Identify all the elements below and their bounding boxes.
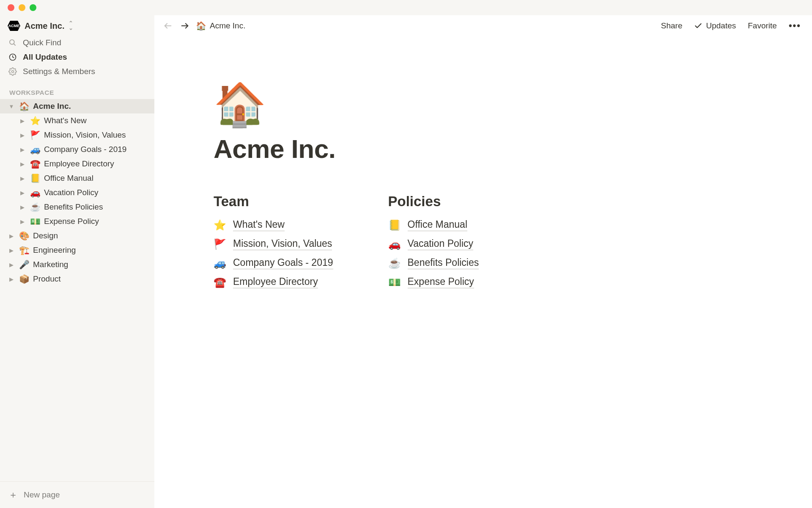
new-page-button[interactable]: ＋ New page — [0, 481, 154, 508]
all-updates-button[interactable]: All Updates — [0, 50, 154, 64]
all-updates-label: All Updates — [23, 52, 67, 62]
svg-point-3 — [12, 71, 14, 73]
window-close-button[interactable] — [8, 4, 14, 11]
sidebar-page-item[interactable]: ▶ 🎤 Marketing — [0, 257, 154, 272]
page-link-icon: ☕ — [388, 257, 401, 269]
sidebar-page-label: Employee Directory — [44, 159, 114, 168]
window-maximize-button[interactable] — [30, 4, 36, 11]
sidebar-page-item[interactable]: ▶ 💵 Expense Policy — [0, 214, 154, 229]
page-emoji-icon: 🎨 — [19, 231, 30, 241]
page-link[interactable]: ⭐ What's New — [214, 215, 333, 235]
sidebar-page-item[interactable]: ▶ ⭐ What's New — [0, 113, 154, 128]
sidebar-page-item[interactable]: ▶ 🚗 Vacation Policy — [0, 185, 154, 200]
gear-icon — [8, 67, 18, 76]
page-link[interactable]: 🚩 Mission, Vision, Values — [214, 235, 333, 254]
page-emoji-icon: 💵 — [30, 216, 41, 226]
sidebar-page-label: Acme Inc. — [33, 102, 71, 111]
page-link-label: What's New — [233, 219, 285, 231]
sidebar-page-item[interactable]: ▶ 📒 Office Manual — [0, 171, 154, 185]
page-emoji-icon: ☎️ — [30, 159, 41, 169]
sidebar: ACME Acme Inc. ⌃⌃ Quick Find — [0, 15, 154, 508]
sidebar-page-item[interactable]: ▶ 📦 Product — [0, 272, 154, 286]
sidebar-page-item[interactable]: ▶ 🏗️ Engineering — [0, 243, 154, 257]
page-link[interactable]: 🚗 Vacation Policy — [388, 235, 479, 254]
page-link-icon: 📒 — [388, 219, 401, 231]
sidebar-page-label: What's New — [44, 116, 87, 125]
new-page-label: New page — [24, 490, 60, 500]
page-column: Team ⭐ What's New 🚩 Mission, Vision, Val… — [214, 193, 333, 292]
page-emoji-icon: 🎤 — [19, 260, 30, 270]
page-link-label: Mission, Vision, Values — [233, 238, 332, 250]
sidebar-page-label: Benefits Policies — [44, 202, 103, 212]
page-column: Policies 📒 Office Manual 🚗 Vacation Poli… — [388, 193, 479, 292]
workspace-section-header: WORKSPACE — [0, 79, 154, 99]
updates-button[interactable]: Updates — [691, 19, 739, 32]
favorite-button[interactable]: Favorite — [744, 19, 780, 32]
chevron-right-icon[interactable]: ▶ — [19, 118, 26, 124]
page-emoji-icon: 🚙 — [30, 144, 41, 155]
page-link-label: Benefits Policies — [408, 257, 479, 269]
sidebar-page-item[interactable]: ▶ ☕ Benefits Policies — [0, 200, 154, 214]
page-emoji-icon: 🚗 — [30, 188, 41, 198]
sidebar-page-item[interactable]: ▶ ☎️ Employee Directory — [0, 157, 154, 171]
chevron-right-icon[interactable]: ▶ — [19, 146, 26, 153]
column-heading: Team — [214, 193, 333, 210]
page-link[interactable]: ☎️ Employee Directory — [214, 273, 333, 292]
chevron-down-icon[interactable]: ▼ — [8, 103, 15, 110]
chevron-right-icon[interactable]: ▶ — [19, 218, 26, 225]
sidebar-page-label: Mission, Vision, Values — [44, 130, 126, 140]
chevron-right-icon[interactable]: ▶ — [8, 233, 15, 239]
page-emoji-icon: 🚩 — [30, 130, 41, 140]
page-emoji[interactable]: 🏠 — [214, 83, 753, 125]
page-link-icon: ⭐ — [214, 219, 226, 231]
breadcrumb[interactable]: 🏠 Acme Inc. — [196, 21, 245, 31]
settings-members-button[interactable]: Settings & Members — [0, 64, 154, 79]
page-link[interactable]: 💵 Expense Policy — [388, 273, 479, 292]
titlebar — [0, 0, 812, 15]
page-link[interactable]: ☕ Benefits Policies — [388, 254, 479, 273]
nav-forward-button[interactable] — [179, 20, 191, 32]
sidebar-page-label: Engineering — [33, 246, 76, 255]
nav-back-button[interactable] — [162, 20, 174, 32]
chevron-right-icon[interactable]: ▶ — [19, 175, 26, 182]
page-link-label: Vacation Policy — [408, 238, 474, 250]
quick-find-button[interactable]: Quick Find — [0, 36, 154, 50]
chevron-right-icon[interactable]: ▶ — [19, 190, 26, 196]
chevron-right-icon[interactable]: ▶ — [19, 132, 26, 138]
page-link-label: Expense Policy — [408, 276, 474, 288]
sidebar-page-label: Expense Policy — [44, 217, 99, 226]
sidebar-page-item[interactable]: ▶ 🎨 Design — [0, 229, 154, 243]
quick-find-label: Quick Find — [23, 38, 61, 47]
page-link-icon: 🚗 — [388, 238, 401, 250]
chevron-right-icon[interactable]: ▶ — [19, 161, 26, 167]
check-icon — [694, 22, 702, 30]
page-link-icon: 🚩 — [214, 238, 226, 250]
page-emoji-icon: 🏗️ — [19, 245, 30, 255]
sidebar-page-item[interactable]: ▶ 🚩 Mission, Vision, Values — [0, 128, 154, 142]
workspace-switcher[interactable]: ACME Acme Inc. ⌃⌃ — [0, 15, 154, 36]
page-link[interactable]: 📒 Office Manual — [388, 215, 479, 235]
window-minimize-button[interactable] — [19, 4, 25, 11]
page-emoji-icon: ⭐ — [30, 116, 41, 126]
share-button[interactable]: Share — [658, 19, 686, 32]
chevron-right-icon[interactable]: ▶ — [8, 247, 15, 254]
page-link-label: Employee Directory — [233, 276, 318, 288]
chevron-right-icon[interactable]: ▶ — [8, 262, 15, 268]
sidebar-page-label: Marketing — [33, 260, 68, 269]
page-link-label: Company Goals - 2019 — [233, 257, 333, 269]
workspace-badge-icon: ACME — [8, 21, 20, 31]
chevron-right-icon[interactable]: ▶ — [8, 276, 15, 282]
page-body: 🏠 Acme Inc. Team ⭐ What's New 🚩 Mission,… — [154, 36, 812, 508]
sidebar-page-item[interactable]: ▶ 🚙 Company Goals - 2019 — [0, 142, 154, 157]
chevron-right-icon[interactable]: ▶ — [19, 204, 26, 210]
settings-members-label: Settings & Members — [23, 67, 95, 76]
sidebar-page-acme-inc[interactable]: ▼ 🏠 Acme Inc. — [0, 99, 154, 113]
plus-icon: ＋ — [8, 489, 18, 501]
page-link-icon: 💵 — [388, 276, 401, 288]
column-heading: Policies — [388, 193, 479, 210]
more-menu-button[interactable]: ••• — [785, 19, 804, 33]
topbar: 🏠 Acme Inc. Share Updates Favorite ••• — [154, 15, 812, 36]
page-title[interactable]: Acme Inc. — [214, 134, 753, 164]
page-emoji-icon: 📒 — [30, 173, 41, 183]
page-link[interactable]: 🚙 Company Goals - 2019 — [214, 254, 333, 273]
